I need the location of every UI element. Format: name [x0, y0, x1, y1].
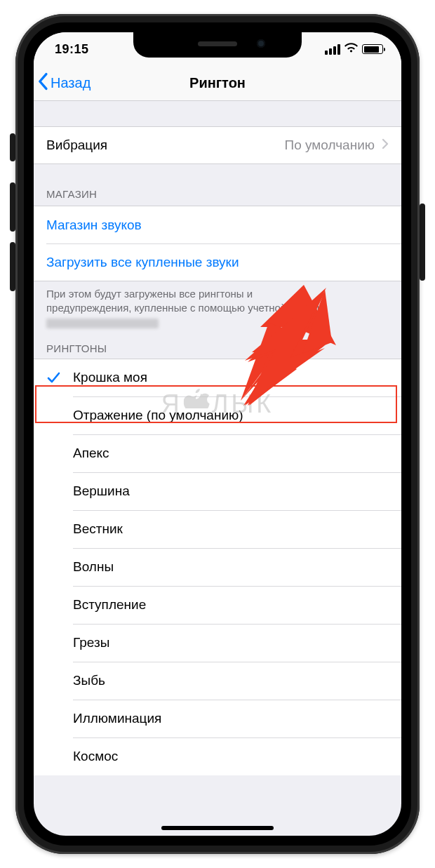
ringtone-row[interactable]: Вершина [34, 472, 401, 510]
ringtone-row[interactable]: Зыбь [34, 662, 401, 700]
home-indicator [161, 826, 274, 830]
page-title: Рингтон [189, 75, 246, 91]
back-button[interactable]: Назад [38, 66, 91, 100]
ringtone-row[interactable]: Иллюминация [34, 700, 401, 737]
sound-store-label: Магазин звуков [46, 218, 142, 233]
ringtone-label: Космос [73, 749, 118, 764]
section-header-store: МАГАЗИН [34, 164, 401, 206]
vibration-value: По умолчанию [285, 138, 375, 153]
screen: 19:15 Назад Рингтон [34, 32, 401, 836]
store-footer: При этом будут загружены все рингтоны и … [34, 281, 401, 330]
ringtone-label: Вступление [73, 597, 146, 613]
chevron-right-icon [382, 138, 389, 153]
vibration-label: Вибрация [46, 138, 107, 153]
ringtone-row[interactable]: Волны [34, 548, 401, 586]
store-footer-line1: При этом будут загружены все рингтоны и [46, 288, 253, 300]
ringtone-row[interactable]: Отражение (по умолчанию) [34, 396, 401, 434]
phone-volume-down-button [10, 242, 15, 291]
vibration-row[interactable]: Вибрация По умолчанию [34, 126, 401, 164]
sound-store-row[interactable]: Магазин звуков [34, 206, 401, 243]
battery-icon [362, 44, 383, 54]
ringtone-label: Волны [73, 559, 114, 575]
phone-volume-up-button [10, 182, 15, 232]
wifi-icon [344, 43, 358, 55]
ringtone-row[interactable]: Вступление [34, 586, 401, 624]
phone-silence-switch [10, 133, 15, 161]
ringtone-label: Зыбь [73, 673, 105, 688]
ringtone-label: Вестник [73, 521, 123, 537]
store-footer-account-redacted [46, 319, 159, 328]
section-header-ringtones: РИНГТОНЫ [34, 330, 401, 359]
phone-frame: 19:15 Назад Рингтон [15, 14, 420, 854]
ringtone-label: Крошка моя [73, 370, 147, 385]
back-label: Назад [51, 75, 91, 91]
cellular-signal-icon [325, 44, 340, 55]
status-time: 19:15 [55, 42, 89, 57]
ringtone-row[interactable]: Космос [34, 737, 401, 775]
phone-power-button [420, 203, 425, 281]
nav-bar: Назад Рингтон [34, 66, 401, 101]
ringtone-label: Вершина [73, 483, 130, 499]
ringtone-row[interactable]: Апекс [34, 434, 401, 472]
download-all-label: Загрузить все купленные звуки [46, 255, 239, 270]
ringtone-row[interactable]: Крошка моя [34, 359, 401, 396]
download-all-row[interactable]: Загрузить все купленные звуки [34, 243, 401, 281]
settings-content: Вибрация По умолчанию МАГАЗИН Магазин зв… [34, 101, 401, 775]
notch [133, 32, 302, 58]
ringtone-row[interactable]: Грезы [34, 624, 401, 662]
ringtone-label: Иллюминация [73, 711, 161, 726]
ringtone-list: Крошка мояОтражение (по умолчанию)АпексВ… [34, 359, 401, 775]
ringtone-row[interactable]: Вестник [34, 510, 401, 548]
checkmark-icon [46, 370, 60, 385]
ringtone-label: Грезы [73, 635, 109, 650]
ringtone-label: Отражение (по умолчанию) [73, 408, 243, 423]
chevron-left-icon [38, 72, 51, 94]
ringtone-label: Апекс [73, 446, 109, 461]
store-footer-line2: предупреждения, купленные с помощью учет… [46, 302, 323, 314]
